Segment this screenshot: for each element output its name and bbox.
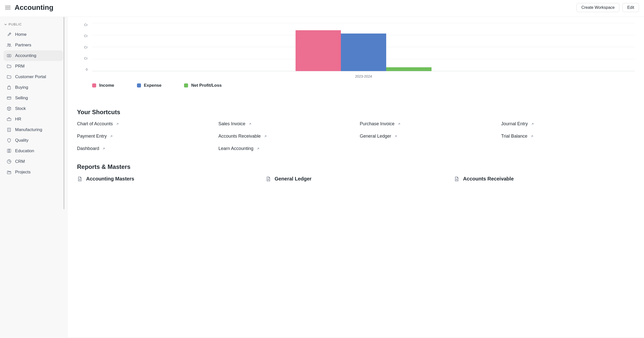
bar-income <box>296 30 341 71</box>
sidebar-item-label: Partners <box>15 43 31 48</box>
sidebar-item-label: Quality <box>15 138 28 143</box>
tools-icon <box>7 32 12 37</box>
main-content: Cr Cr Cr Cr 0 2023-2024 <box>68 17 644 337</box>
svg-point-1 <box>9 44 11 45</box>
shortcut-learn-accounting[interactable]: Learn Accounting <box>219 146 352 151</box>
sidebar-section-label: PUBLIC <box>9 22 22 26</box>
sidebar-item-crm[interactable]: CRM <box>4 156 63 167</box>
sidebar-item-accounting[interactable]: Accounting <box>4 50 63 61</box>
shortcut-general-ledger[interactable]: General Ledger <box>360 134 494 139</box>
shortcuts-grid: Chart of AccountsSales InvoicePurchase I… <box>77 121 635 151</box>
report-general-ledger[interactable]: General Ledger <box>266 176 447 182</box>
sidebar-item-quality[interactable]: Quality <box>4 135 63 146</box>
shortcut-chart-of-accounts[interactable]: Chart of Accounts <box>77 121 211 127</box>
scrollbar[interactable] <box>63 17 64 209</box>
shortcuts-title: Your Shortcuts <box>77 109 635 116</box>
sidebar-item-label: Selling <box>15 96 28 101</box>
sidebar-item-label: CRM <box>15 159 25 164</box>
sidebar-item-label: Manufacturing <box>15 127 42 132</box>
box-icon <box>7 106 12 111</box>
arrow-ne-icon <box>109 134 113 138</box>
shortcut-label: Dashboard <box>77 146 99 151</box>
shortcut-journal-entry[interactable]: Journal Entry <box>501 121 635 127</box>
y-tick: Cr <box>77 45 88 49</box>
sidebar-item-prm[interactable]: PRM <box>4 61 63 72</box>
sidebar-section-header[interactable]: PUBLIC <box>4 21 63 29</box>
svg-rect-6 <box>8 128 11 131</box>
building-icon <box>7 127 12 132</box>
sidebar-item-label: HR <box>15 117 21 122</box>
sidebar-item-projects[interactable]: Projects <box>4 167 63 177</box>
arrow-ne-icon <box>115 122 119 126</box>
svg-rect-2 <box>7 54 11 57</box>
bar-chart: Cr Cr Cr Cr 0 2023-2024 <box>77 23 635 78</box>
card-icon <box>7 96 12 101</box>
arrow-ne-icon <box>394 134 398 138</box>
shortcut-accounts-receivable[interactable]: Accounts Receivable <box>219 134 352 139</box>
report-label: Accounts Receivable <box>463 176 514 182</box>
legend-label: Income <box>99 83 114 88</box>
arrow-ne-icon <box>256 147 260 151</box>
report-accounting-masters[interactable]: Accounting Masters <box>77 176 258 182</box>
folder-icon <box>7 64 12 69</box>
chart-bars <box>92 23 635 71</box>
sidebar-item-selling[interactable]: Selling <box>4 93 63 103</box>
shortcut-label: Purchase Invoice <box>360 121 395 127</box>
shortcut-sales-invoice[interactable]: Sales Invoice <box>219 121 352 127</box>
sidebar-item-customer-portal[interactable]: Customer Portal <box>4 72 63 82</box>
legend-netprofit[interactable]: Net Profit/Loss <box>184 83 222 88</box>
book-icon <box>7 148 12 153</box>
shortcut-label: Accounts Receivable <box>219 134 261 139</box>
edit-button[interactable]: Edit <box>622 3 639 12</box>
shortcut-label: Trial Balance <box>501 134 527 139</box>
sidebar-item-label: Home <box>15 32 26 37</box>
swatch-expense <box>137 83 141 87</box>
bar-expense <box>341 34 386 71</box>
shortcut-label: Chart of Accounts <box>77 121 113 127</box>
svg-rect-5 <box>7 118 11 121</box>
legend-income[interactable]: Income <box>92 83 114 88</box>
shortcut-purchase-invoice[interactable]: Purchase Invoice <box>360 121 494 127</box>
hamburger-icon[interactable] <box>5 5 11 10</box>
piechart-icon <box>7 159 12 164</box>
sidebar-item-buying[interactable]: Buying <box>4 82 63 93</box>
chart-legend: Income Expense Net Profit/Loss <box>77 78 635 90</box>
sidebar-item-label: Education <box>15 148 34 153</box>
folder-open-icon <box>7 170 12 175</box>
sidebar-item-home[interactable]: Home <box>4 29 63 40</box>
topbar: Accounting Create Workspace Edit <box>0 0 644 17</box>
y-tick: Cr <box>77 34 88 38</box>
sidebar-item-label: Customer Portal <box>15 74 46 79</box>
create-workspace-button[interactable]: Create Workspace <box>577 3 619 12</box>
sidebar-item-partners[interactable]: Partners <box>4 40 63 50</box>
report-label: Accounting Masters <box>86 176 134 182</box>
bar-netprofit <box>386 67 432 71</box>
arrow-ne-icon <box>530 122 534 126</box>
y-tick: Cr <box>77 23 88 27</box>
arrow-ne-icon <box>397 122 401 126</box>
briefcase-icon <box>7 117 12 122</box>
legend-expense[interactable]: Expense <box>137 83 162 88</box>
sidebar-item-label: Projects <box>15 170 30 175</box>
svg-point-0 <box>8 44 9 45</box>
shortcut-label: Sales Invoice <box>219 121 245 127</box>
sidebar-item-label: Accounting <box>15 53 36 58</box>
page-title: Accounting <box>15 4 53 12</box>
legend-label: Net Profit/Loss <box>191 83 222 88</box>
shortcut-dashboard[interactable]: Dashboard <box>77 146 211 151</box>
report-accounts-receivable[interactable]: Accounts Receivable <box>454 176 635 182</box>
sidebar-item-stock[interactable]: Stock <box>4 103 63 114</box>
doc-icon <box>454 176 459 182</box>
shortcut-trial-balance[interactable]: Trial Balance <box>501 134 635 139</box>
sidebar-item-education[interactable]: Education <box>4 146 63 156</box>
bill-icon <box>7 53 12 58</box>
legend-label: Expense <box>144 83 162 88</box>
y-tick: 0 <box>77 68 88 71</box>
chart-card: Cr Cr Cr Cr 0 2023-2024 <box>77 23 635 97</box>
swatch-netprofit <box>184 83 188 87</box>
sidebar-item-manufacturing[interactable]: Manufacturing <box>4 125 63 135</box>
sidebar-item-hr[interactable]: HR <box>4 114 63 125</box>
arrow-ne-icon <box>248 122 252 126</box>
folder-icon <box>7 74 12 79</box>
shortcut-payment-entry[interactable]: Payment Entry <box>77 134 211 139</box>
